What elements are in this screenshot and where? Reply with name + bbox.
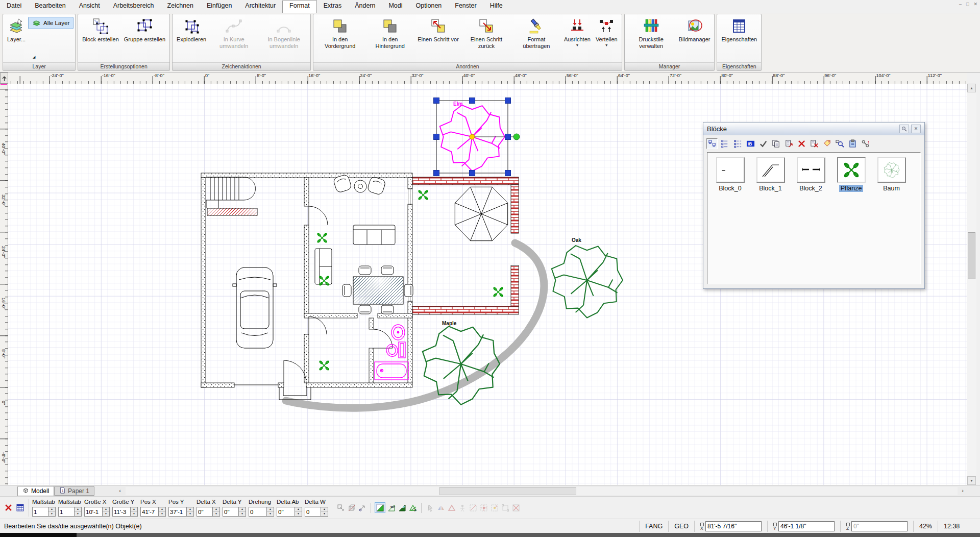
inspector-input-delta-ab-9[interactable]	[277, 507, 295, 517]
scroll-up-icon[interactable]: ▲	[967, 84, 976, 92]
insert-block-icon[interactable]: IB	[745, 138, 756, 149]
scroll-right-icon[interactable]: ›	[959, 486, 967, 496]
tab-modell[interactable]: Modell	[17, 486, 54, 496]
spinner-maßstab-1[interactable]: ▲▼	[75, 507, 82, 517]
sofa[interactable]	[353, 225, 395, 245]
rotate-handle[interactable]	[513, 134, 520, 140]
ribbon-button-einen-schritt-vor[interactable]: Einen Schritt vor	[415, 15, 461, 62]
copy-icon[interactable]	[770, 138, 781, 149]
geo-toggle[interactable]: GEO	[668, 521, 694, 532]
select-2d-icon[interactable]	[375, 502, 385, 513]
menu-einfügen[interactable]: Einfügen	[200, 0, 238, 13]
menu-arbeitsbereich[interactable]: Arbeitsbereich	[107, 0, 161, 13]
zoom-level[interactable]: 42%	[913, 521, 938, 532]
spinner-delta-y-7[interactable]: ▲▼	[239, 507, 246, 517]
ribbon-button-ausrichten[interactable]: Ausrichten▼	[561, 15, 593, 62]
view-thumbnails-icon[interactable]	[706, 138, 718, 149]
select-cp-icon[interactable]: CP	[397, 503, 407, 512]
ruler-origin-button[interactable]	[0, 72, 8, 84]
menu-architektur[interactable]: Architektur	[238, 0, 282, 13]
menu-extras[interactable]: Extras	[317, 0, 348, 13]
rotate-cursor-icon[interactable]	[357, 503, 367, 512]
ribbon-button-einen-schritt-zurück[interactable]: Einen Schritt zurück	[461, 15, 511, 62]
menu-fenster[interactable]: Fenster	[448, 0, 483, 13]
inspector-input-pos-y-5[interactable]	[168, 507, 187, 517]
x-coordinate-field[interactable]	[705, 521, 762, 531]
spinner-maßstab-0[interactable]: ▲▼	[48, 507, 56, 517]
verify-icon[interactable]	[757, 138, 769, 149]
clipboard-icon[interactable]	[847, 138, 858, 149]
horizontal-scroll-thumb[interactable]	[439, 487, 576, 495]
spinner-pos-x-4[interactable]: ▲▼	[159, 507, 166, 517]
reference-point-handle[interactable]	[470, 134, 475, 139]
find-icon[interactable]	[834, 138, 845, 149]
inspector-input-delta-w-10[interactable]	[305, 507, 321, 517]
ribbon-button-verteilen[interactable]: Verteilen▼	[593, 15, 620, 62]
inspector-input-größe-x-2[interactable]	[84, 507, 103, 517]
block-item-block-0[interactable]: Block_0	[710, 157, 750, 192]
spinner-größe-x-2[interactable]: ▲▼	[103, 507, 110, 517]
menu-optionen[interactable]: Optionen	[409, 0, 449, 13]
menu-bearbeiten[interactable]: Bearbeiten	[28, 0, 72, 13]
menu-zeichnen[interactable]: Zeichnen	[161, 0, 200, 13]
minimize-icon[interactable]: –	[959, 2, 962, 7]
ribbon-button-bildmanager[interactable]: Bildmanager	[676, 15, 713, 62]
snap-toggle[interactable]: FANG	[639, 521, 668, 532]
spinner-delta-x-6[interactable]: ▲▼	[213, 507, 220, 517]
select-f-icon[interactable]: F	[408, 503, 418, 512]
inspector-input-delta-y-7[interactable]	[223, 507, 239, 517]
view-list-icon[interactable]	[719, 138, 730, 149]
delete-icon[interactable]	[796, 138, 807, 149]
spinner-pos-y-5[interactable]: ▲▼	[187, 507, 194, 517]
vertical-scroll-thumb[interactable]	[968, 232, 975, 279]
hearth[interactable]	[207, 208, 257, 215]
block-item-block-1[interactable]: Block_1	[750, 157, 791, 192]
menu-ändern[interactable]: Ändern	[348, 0, 382, 13]
calculator-icon[interactable]	[15, 503, 25, 513]
menu-format[interactable]: Format	[282, 0, 317, 13]
paste-icon[interactable]	[783, 138, 794, 149]
ribbon-button-alle-layer[interactable]: Alle Layer	[28, 17, 74, 29]
block-item-pflanze[interactable]: Pflanze	[831, 157, 871, 192]
ribbon-button-druckstile-verwalten[interactable]: Druckstile verwalten	[626, 15, 676, 62]
ribbon-button-layer[interactable]: Layer...	[5, 15, 28, 62]
ribbon-button-gruppe-erstellen[interactable]: Gruppe erstellen	[121, 15, 168, 62]
horizontal-scrollbar[interactable]	[126, 487, 958, 495]
block-item-block-2[interactable]: Block_2	[791, 157, 831, 192]
menu-datei[interactable]: Datei	[0, 0, 28, 13]
tag-icon[interactable]	[821, 138, 832, 149]
inspector-input-delta-x-6[interactable]	[197, 507, 213, 517]
box-3d-icon[interactable]	[347, 503, 356, 512]
loveseat[interactable]	[315, 249, 332, 284]
close-icon[interactable]: ✕	[973, 2, 977, 7]
block-item-baum[interactable]: Baum	[871, 157, 912, 192]
ribbon-button-format-übertragen[interactable]: Format übertragen	[511, 15, 561, 62]
purge-icon[interactable]	[808, 138, 820, 149]
view-details-icon[interactable]	[732, 138, 743, 149]
horizontal-ruler[interactable]: -24'-0"-16'-0"-8'-0"0"8'-0"16'-0"24'-0"3…	[8, 72, 967, 84]
inspector-input-größe-y-3[interactable]	[112, 507, 131, 517]
scroll-left-icon[interactable]: ‹	[116, 486, 124, 496]
ribbon-button-explodieren[interactable]: Explodieren	[174, 15, 209, 62]
spinner-delta-w-10[interactable]: ▲▼	[321, 507, 328, 517]
vertical-ruler[interactable]: 40'-0"32'-0"24'-0"16'-0"8'-0"0"-8'-0"	[0, 84, 8, 485]
select-wp-icon[interactable]: WP	[386, 503, 396, 512]
y-coordinate-field[interactable]	[778, 521, 835, 531]
pin-icon[interactable]	[899, 125, 909, 133]
menu-hilfe[interactable]: Hilfe	[483, 0, 509, 13]
maximize-icon[interactable]: □	[966, 2, 969, 7]
scroll-down-icon[interactable]: ▼	[967, 476, 976, 485]
inspector-input-pos-x-4[interactable]	[140, 507, 159, 517]
tab-paper-1[interactable]: 1Paper 1	[54, 486, 94, 496]
inspector-input-maßstab-0[interactable]	[32, 507, 48, 517]
spinner-delta-ab-9[interactable]: ▲▼	[295, 507, 302, 517]
close-icon[interactable]: ✕	[911, 125, 921, 133]
menu-modi[interactable]: Modi	[382, 0, 409, 13]
menu-ansicht[interactable]: Ansicht	[72, 0, 107, 13]
ribbon-button-in-den-vordergrund[interactable]: In den Vordergrund	[315, 15, 365, 62]
cancel-icon[interactable]	[3, 503, 13, 513]
dialog-launcher-icon[interactable]: ◢	[33, 55, 35, 59]
ribbon-button-eigenschaften[interactable]: Eigenschaften	[719, 15, 760, 62]
settings-icon[interactable]: !	[860, 138, 871, 149]
spinner-drehung-8[interactable]: ▲▼	[267, 507, 274, 517]
